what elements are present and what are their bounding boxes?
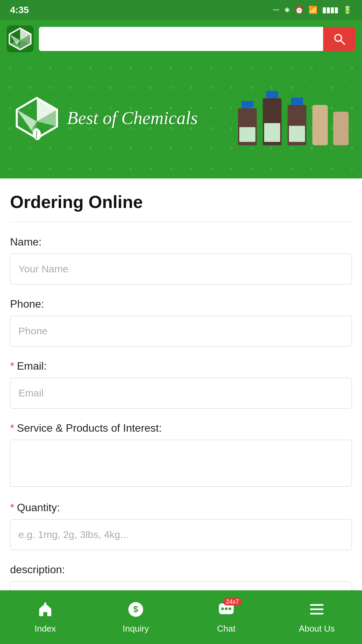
svg-point-19	[225, 607, 228, 610]
service-input[interactable]	[10, 440, 352, 487]
alarm-icon: ⏰	[295, 6, 304, 14]
status-icons: ··· ∗ ⏰ 📶 ▮▮▮▮ 🔋	[273, 6, 352, 14]
name-input[interactable]	[10, 254, 352, 284]
nav-label-inquiry: Inquiry	[123, 624, 149, 634]
nav-item-chat[interactable]: 24x7 Chat	[181, 590, 272, 644]
page-content: Ordering Online Name: Phone: * Email: * …	[0, 178, 362, 644]
home-icon	[37, 601, 54, 621]
phone-group: Phone:	[10, 298, 352, 346]
quantity-required-star: *	[10, 501, 14, 514]
svg-line-7	[341, 40, 345, 44]
svg-point-14	[44, 602, 46, 604]
dollar-icon: $	[127, 601, 144, 621]
quantity-group: * Quantity:	[10, 501, 352, 550]
service-group: * Service & Products of Interest:	[10, 422, 352, 488]
banner-bottles	[238, 91, 349, 145]
email-group: * Email:	[10, 360, 352, 409]
battery-icon: 🔋	[343, 6, 352, 14]
svg-point-18	[221, 607, 224, 610]
chat-badge: 24x7	[223, 598, 242, 605]
service-required-star: *	[10, 422, 14, 434]
svg-rect-24	[310, 604, 323, 606]
svg-rect-23	[310, 613, 323, 614]
dots-icon: ···	[273, 6, 279, 14]
nav-item-index[interactable]: Index	[0, 590, 90, 644]
search-icon	[333, 32, 346, 46]
quantity-input[interactable]	[10, 519, 352, 550]
email-required-star: *	[10, 360, 14, 372]
email-label: * Email:	[10, 360, 352, 372]
description-label: description:	[10, 564, 352, 576]
email-input[interactable]	[10, 378, 352, 409]
phone-label: Phone:	[10, 298, 352, 310]
nav-item-inquiry[interactable]: $ Inquiry	[90, 590, 181, 644]
logo	[7, 25, 34, 52]
nav-label-chat: Chat	[217, 624, 236, 634]
search-input[interactable]	[39, 27, 323, 51]
wifi-icon: 📶	[308, 6, 317, 14]
divider	[10, 222, 352, 222]
page-title: Ordering Online	[10, 192, 352, 212]
search-button[interactable]	[323, 27, 355, 51]
quantity-label: * Quantity:	[10, 501, 352, 514]
nav-item-about-us[interactable]: About Us	[272, 590, 362, 644]
header	[0, 20, 362, 58]
svg-point-20	[229, 607, 231, 610]
name-label: Name:	[10, 236, 352, 248]
menu-icon	[308, 601, 325, 621]
bluetooth-icon: ∗	[284, 6, 290, 14]
status-bar: 4:35 ··· ∗ ⏰ 📶 ▮▮▮▮ 🔋	[0, 0, 362, 20]
name-group: Name:	[10, 236, 352, 284]
nav-label-index: Index	[35, 624, 56, 634]
service-label: * Service & Products of Interest:	[10, 422, 352, 434]
banner-logo	[13, 95, 60, 142]
nav-label-about-us: About Us	[299, 624, 335, 634]
banner-left: Best of Chemicals	[13, 95, 198, 142]
banner-tagline: Best of Chemicals	[67, 107, 198, 129]
phone-input[interactable]	[10, 316, 352, 346]
search-container	[39, 27, 355, 51]
banner: Best of Chemicals	[0, 58, 362, 178]
bottom-nav: Index $ Inquiry 24x7 Chat	[0, 590, 362, 644]
status-time: 4:35	[10, 5, 29, 15]
chat-icon: 24x7	[218, 601, 235, 621]
signal-icon: ▮▮▮▮	[322, 6, 338, 14]
svg-text:$: $	[133, 604, 138, 614]
svg-rect-22	[310, 608, 323, 610]
